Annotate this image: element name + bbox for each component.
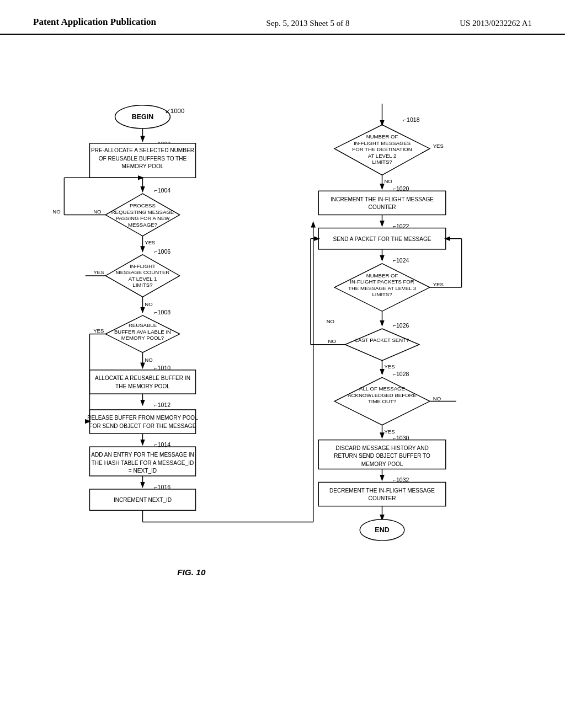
n1026-d1: LAST PACKET SENT? bbox=[355, 337, 409, 343]
n1024-no: NO bbox=[327, 318, 334, 324]
n1012-line2: FOR SEND OBJECT FOR THE MESSAGE bbox=[89, 423, 196, 429]
n1004-no: NO bbox=[93, 208, 101, 215]
n1028-ref: ⌐1028 bbox=[393, 371, 409, 377]
header-center: Sep. 5, 2013 Sheet 5 of 8 bbox=[266, 17, 350, 28]
n1028-d2: ACKNOWLEDGED BEFORE bbox=[348, 392, 417, 398]
begin-label: BEGIN bbox=[132, 113, 153, 121]
n1018-d4: AT LEVEL 2 bbox=[368, 153, 397, 159]
n1032-line1: DECREMENT THE IN-FLIGHT MESSAGE bbox=[329, 488, 435, 494]
n1018-ref: ⌐1018 bbox=[403, 116, 420, 123]
n1004-no-label: NO bbox=[52, 208, 60, 215]
n1018-d2: IN-FLIGHT MESSAGES bbox=[354, 140, 411, 146]
n1030-line3: MEMORY POOL bbox=[361, 461, 403, 467]
svg-marker-39 bbox=[345, 329, 419, 361]
n1014-line1: ADD AN ENTRY FOR THE MESSAGE IN bbox=[91, 452, 194, 458]
n1004-d4: MESSAGE? bbox=[128, 222, 157, 228]
page-header: Patent Application Publication Sep. 5, 2… bbox=[0, 0, 565, 35]
n1026-yes: YES bbox=[384, 363, 395, 370]
n1024-d3: THE MESSAGE AT LEVEL 3 bbox=[348, 285, 416, 291]
n1018-d5: LIMITS? bbox=[372, 159, 392, 165]
n1026-ref: ⌐1026 bbox=[393, 322, 409, 329]
n1010-line1: ALLOCATE A REUSABLE BUFFER IN bbox=[95, 375, 190, 381]
n1014-line3: = NEXT_ID bbox=[129, 468, 157, 474]
n1028-d1: ALL OF MESSAGE bbox=[359, 386, 405, 392]
n1010-line2: THE MEMORY POOL bbox=[115, 383, 170, 389]
fig-caption: FIG. 10 bbox=[177, 568, 206, 577]
n1028-d3: TIME OUT? bbox=[368, 398, 396, 404]
n1012-ref: ⌐1012 bbox=[154, 402, 171, 408]
n1008-no: NO bbox=[145, 357, 152, 363]
n1032-line2: COUNTER bbox=[369, 495, 396, 501]
n1026-no: NO bbox=[328, 338, 336, 344]
n1018-no: NO bbox=[384, 178, 392, 184]
n1030-line1: DISCARD MESSAGE HISTORY AND bbox=[335, 445, 429, 451]
n1002-line1: PRE-ALLOCATE A SELECTED NUMBER bbox=[91, 147, 194, 153]
svg-rect-12 bbox=[89, 410, 195, 433]
svg-rect-30 bbox=[318, 191, 445, 215]
n1014-line2: THE HASH TABLE FOR A MESSAGE_ID bbox=[92, 460, 194, 466]
n1004-d1: PROCESS bbox=[130, 202, 156, 208]
n1002-line3: MEMORY POOL bbox=[122, 163, 164, 169]
n1006-ref: ⌐1006 bbox=[154, 248, 171, 255]
n1024-d4: LIMITS? bbox=[372, 291, 392, 297]
n1018-d3: FOR THE DESTINATION bbox=[352, 146, 412, 152]
n1004-ref: ⌐1004 bbox=[154, 187, 171, 194]
n1022-text: SEND A PACKET FOR THE MESSAGE bbox=[333, 236, 431, 242]
n1006-d4: LIMITS? bbox=[132, 282, 152, 288]
n1008-d2: BUFFER AVAILABLE IN bbox=[114, 329, 171, 335]
n1008-ref: ⌐1008 bbox=[154, 309, 171, 315]
n1000-label: ↙1000 bbox=[165, 108, 185, 114]
n1004-d3: PASSING FOR A NEW bbox=[116, 215, 170, 221]
n1008-d1: REUSABLE bbox=[129, 322, 157, 328]
n1020-line1: INCREMENT THE IN-FLIGHT MESSAGE bbox=[331, 196, 434, 202]
n1004-yes: YES bbox=[145, 239, 155, 245]
n1018-d1: NUMBER OF bbox=[366, 133, 398, 140]
n1008-d3: MEMORY POOL? bbox=[121, 335, 164, 341]
diagram-area: BEGIN ↙1000 ⌐1002 PRE-ALLOCATE A SELECTE… bbox=[0, 35, 565, 702]
n1004-d2: REQUESTING MESSAGE bbox=[111, 209, 174, 215]
n1006-d2: MESSAGE COUNTER bbox=[116, 269, 170, 275]
header-right: US 2013/0232262 A1 bbox=[460, 17, 532, 28]
header-left: Patent Application Publication bbox=[33, 17, 156, 28]
n1020-line2: COUNTER bbox=[369, 204, 396, 210]
n1006-yes: YES bbox=[93, 269, 104, 275]
n1024-yes: YES bbox=[433, 281, 444, 287]
n1006-d3: AT LEVEL 1 bbox=[129, 276, 157, 282]
svg-rect-49 bbox=[318, 482, 445, 506]
n1006-d1: IN-FLIGHT bbox=[130, 263, 156, 269]
n1028-no: NO bbox=[433, 395, 441, 402]
n1028-yes: YES bbox=[384, 429, 395, 435]
svg-rect-10 bbox=[89, 370, 195, 394]
end-label: END bbox=[375, 526, 389, 534]
n1006-no: NO bbox=[145, 301, 152, 307]
n1012-line1: RELEASE BUFFER FROM MEMORY POOL bbox=[87, 415, 198, 421]
n1018-yes: YES bbox=[433, 143, 444, 149]
n1024-d2: IN-FLIGHT PACKETS FOR bbox=[350, 279, 414, 285]
n1024-ref: ⌐1024 bbox=[393, 257, 409, 264]
n1030-line2: RETURN SEND OBJECT BUFFER TO bbox=[334, 453, 430, 459]
n1002-line2: OF REUSABLE BUFFERS TO THE bbox=[99, 156, 187, 162]
n1024-d1: NUMBER OF bbox=[366, 272, 398, 279]
n1008-yes: YES bbox=[93, 328, 104, 334]
n1016-text: INCREMENT NEXT_ID bbox=[114, 497, 172, 503]
